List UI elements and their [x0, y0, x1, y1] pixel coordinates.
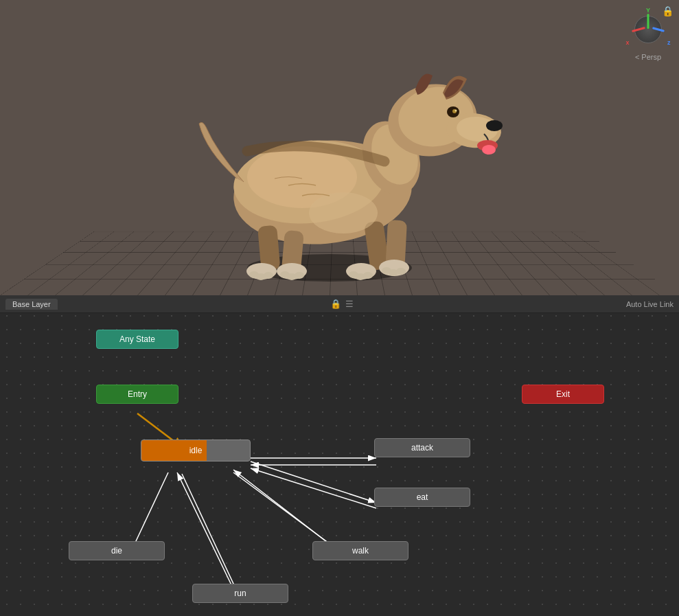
perspective-label: < Persp [635, 53, 661, 61]
animator-panel: Base Layer 🔒 ☰ Auto Live Link [0, 295, 679, 616]
walk-node[interactable]: walk [312, 541, 408, 560]
svg-point-10 [486, 120, 503, 131]
z-axis-label: z [667, 39, 671, 46]
gizmo: x Y z < Persp [624, 7, 672, 69]
svg-point-20 [264, 272, 273, 279]
3d-viewport[interactable]: 🔒 x Y z < Persp [0, 0, 679, 295]
idle-node[interactable]: idle [141, 440, 251, 461]
svg-point-35 [396, 268, 406, 275]
svg-line-47 [182, 474, 239, 595]
menu-icon: ☰ [345, 299, 354, 309]
svg-point-25 [295, 272, 304, 279]
eat-node[interactable]: eat [374, 488, 470, 507]
svg-line-42 [251, 461, 376, 503]
any-state-node[interactable]: Any State [96, 330, 179, 349]
lock-icon-toolbar: 🔒 [330, 299, 341, 309]
auto-live-link-button[interactable]: Auto Live Link [626, 300, 674, 308]
dog-model [137, 14, 522, 288]
base-layer-tab[interactable]: Base Layer [5, 299, 58, 310]
animator-toolbar: Base Layer 🔒 ☰ Auto Live Link [0, 295, 679, 313]
y-axis-label: Y [646, 7, 650, 14]
svg-line-45 [233, 470, 336, 549]
svg-point-12 [482, 145, 496, 155]
run-node[interactable]: run [192, 584, 288, 603]
svg-line-48 [177, 472, 235, 592]
exit-node[interactable]: Exit [522, 385, 604, 404]
x-axis-label: x [626, 39, 630, 46]
svg-point-15 [455, 110, 457, 112]
svg-line-43 [251, 468, 376, 508]
svg-point-36 [309, 192, 378, 233]
attack-node[interactable]: attack [374, 438, 470, 457]
svg-point-30 [363, 272, 373, 279]
die-node[interactable]: die [69, 541, 165, 560]
entry-node[interactable]: Entry [96, 385, 179, 404]
